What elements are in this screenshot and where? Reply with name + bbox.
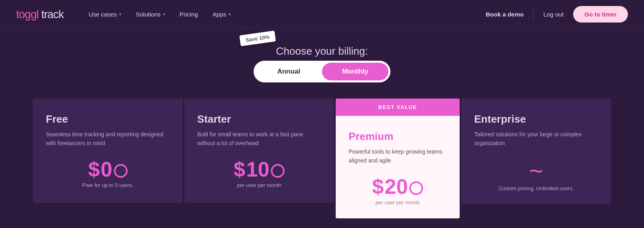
logo-product: track	[39, 8, 64, 21]
enterprise-price: ~	[529, 159, 543, 183]
starter-title: Starter	[197, 113, 321, 125]
premium-title: Premium	[349, 130, 447, 143]
starter-subtitle: per user per month	[237, 182, 281, 188]
billing-title: Choose your billing:	[276, 45, 368, 58]
billing-toggle: Annual Monthly	[254, 61, 390, 82]
premium-card-inner: Premium Powerful tools to keep growing t…	[336, 116, 460, 218]
enterprise-description: Tailored solutions for your large or com…	[474, 130, 598, 148]
starter-price: $ 10	[234, 159, 285, 180]
go-to-timer-button[interactable]: Go to timer	[573, 6, 628, 23]
starter-price-row: $ 10 per user per month	[197, 159, 321, 188]
logo-brand: toggl	[16, 8, 39, 21]
starter-description: Built for small teams to work at a fast …	[197, 130, 321, 148]
nav-item-use-cases[interactable]: Use cases ▾	[83, 8, 127, 21]
free-subtitle: Free for up to 5 users.	[82, 182, 134, 188]
toggle-monthly[interactable]: Monthly	[322, 63, 388, 80]
pricing-card-free: Free Seamless time tracking and reportin…	[33, 99, 183, 203]
chevron-down-icon: ▾	[163, 12, 165, 16]
pricing-card-starter: Starter Built for small teams to work at…	[184, 99, 334, 203]
premium-circle-icon	[409, 181, 423, 195]
free-circle-icon	[114, 164, 128, 178]
enterprise-title: Enterprise	[474, 113, 598, 125]
chevron-down-icon: ▾	[119, 12, 121, 16]
free-price-row: $ 0 Free for up to 5 users.	[46, 159, 170, 188]
premium-description: Powerful tools to keep growing teams ali…	[349, 148, 447, 165]
logout-button[interactable]: Log out	[543, 11, 564, 18]
save-badge: Save 10%	[239, 31, 276, 46]
premium-number: 20	[385, 176, 408, 197]
logo[interactable]: toggl track	[16, 8, 64, 21]
nav-divider	[533, 10, 534, 19]
chevron-down-icon: ▾	[229, 12, 231, 16]
premium-subtitle: per user per month	[376, 199, 420, 205]
free-price: $ 0	[88, 159, 128, 180]
nav-right: Book a demo Log out Go to timer	[486, 6, 628, 23]
best-value-banner: BEST VALUE	[336, 99, 460, 116]
enterprise-price-row: ~ Custom pricing. Unlimited users.	[474, 159, 598, 191]
free-description: Seamless time tracking and reporting des…	[46, 130, 170, 148]
pricing-card-premium: BEST VALUE Premium Powerful tools to kee…	[336, 99, 460, 218]
premium-price: $ 20	[372, 176, 423, 197]
starter-dollar: $	[234, 159, 246, 180]
book-demo-link[interactable]: Book a demo	[486, 11, 524, 18]
enterprise-subtitle: Custom pricing. Unlimited users.	[498, 185, 574, 191]
navbar: toggl track Use cases ▾ Solutions ▾ Pric…	[0, 0, 644, 29]
free-dollar: $	[88, 159, 100, 180]
premium-dollar: $	[372, 176, 384, 197]
pricing-section: Free Seamless time tracking and reportin…	[0, 90, 644, 218]
nav-item-solutions[interactable]: Solutions ▾	[130, 8, 171, 21]
toggle-annual[interactable]: Annual	[256, 63, 322, 80]
nav-item-pricing[interactable]: Pricing	[174, 8, 204, 21]
billing-section: Save 10% Choose your billing: Annual Mon…	[0, 29, 644, 90]
nav-links: Use cases ▾ Solutions ▾ Pricing Apps ▾	[83, 8, 486, 21]
free-number: 0	[101, 159, 112, 180]
premium-price-row: $ 20 per user per month	[349, 176, 447, 205]
starter-circle-icon	[271, 164, 285, 178]
billing-title-row: Save 10% Choose your billing:	[276, 45, 368, 58]
pricing-card-enterprise: Enterprise Tailored solutions for your l…	[461, 99, 611, 204]
starter-number: 10	[246, 159, 270, 180]
nav-item-apps[interactable]: Apps ▾	[207, 8, 236, 21]
free-title: Free	[46, 113, 170, 125]
